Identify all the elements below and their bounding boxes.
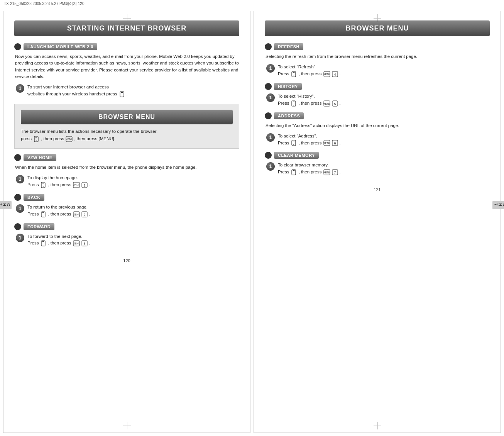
menu-icon-clear: MENU	[323, 169, 330, 175]
svg-text:3: 3	[83, 242, 85, 246]
address-step-num: 1	[266, 133, 275, 142]
ch-label-c-r: C	[502, 203, 504, 207]
back-label-row: BACK	[14, 194, 239, 201]
refresh-body: Selecting the refresh item from the brow…	[265, 53, 490, 60]
key-icon-clear-7: 7	[332, 169, 338, 175]
phone-icon-history	[291, 100, 297, 107]
vzw-home-step-num: 1	[16, 175, 24, 183]
address-step-text: To select "Address". Press , then press …	[278, 133, 341, 147]
menu-icon-vzw: MENU	[73, 182, 80, 188]
address-body: Selecting the "Address" action displays …	[265, 122, 490, 129]
key-icon-vzw-1: 1	[81, 182, 88, 188]
refresh-label: REFRESH	[274, 43, 303, 50]
crosshair-bottom-right	[374, 422, 381, 429]
left-page-title: STARTING INTERNET BROWSER	[14, 20, 239, 36]
launching-step-line1: To start your Internet browser and acces…	[27, 85, 109, 89]
phone-icon-menu	[33, 136, 39, 142]
menu-icon-history: MENU	[323, 100, 330, 107]
history-step-line1: To select "History".	[278, 94, 315, 98]
svg-text:MENU: MENU	[66, 138, 73, 141]
forward-label: FORWARD	[24, 223, 54, 230]
clear-memory-label-row: CLEAR MEMORY	[265, 152, 490, 159]
vzw-home-step-text: To display the homepage. Press , then pr…	[27, 175, 90, 188]
browser-menu-box: BROWSER MENU The browser menu lists the …	[14, 104, 239, 149]
svg-point-37	[294, 105, 294, 105]
address-bullet	[265, 112, 272, 119]
launching-bullet	[14, 43, 21, 50]
svg-rect-17	[42, 212, 44, 213]
ch-label-h-r: H	[498, 203, 502, 207]
svg-point-51	[294, 174, 294, 175]
pages-container: C H 7 STARTING INTERNET BROWSER LAUNCHIN…	[0, 8, 504, 436]
svg-text:5: 5	[334, 102, 336, 105]
svg-text:MENU: MENU	[73, 242, 80, 245]
menu-icon-address: MENU	[323, 140, 330, 146]
svg-text:MENU: MENU	[323, 73, 330, 76]
refresh-then: , then press	[298, 71, 321, 78]
vzw-home-step-line1: To display the homepage.	[27, 175, 78, 180]
clear-memory-dot: .	[340, 169, 341, 176]
refresh-bullet	[265, 43, 272, 50]
svg-text:MENU: MENU	[323, 171, 330, 174]
history-bullet	[265, 83, 272, 90]
svg-rect-24	[42, 241, 44, 242]
history-then: , then press	[298, 100, 321, 107]
forward-step-num: 1	[16, 234, 24, 242]
address-label-row: ADDRESS	[265, 112, 490, 119]
forward-then: , then press	[48, 240, 71, 247]
svg-text:MENU: MENU	[323, 102, 330, 105]
right-page-number: 121	[265, 176, 490, 192]
back-step-1: 1 To return to the previous page. Press …	[16, 204, 239, 218]
key-icon-back-2: 2	[81, 211, 88, 217]
svg-rect-5	[36, 137, 37, 137]
browser-menu-body-line1: The browser menu lists the actions neces…	[21, 129, 157, 134]
launching-step-line2: websites through your wireless handset p…	[27, 91, 117, 98]
clear-memory-step-num: 1	[266, 162, 275, 171]
forward-dot: .	[89, 240, 90, 247]
clear-memory-label: CLEAR MEMORY	[274, 152, 319, 159]
forward-press: Press	[27, 240, 39, 247]
forward-step-1: 1 To forward to the next page. Press , t…	[16, 233, 239, 247]
menu-icon-back: MENU	[73, 211, 80, 217]
phone-icon-launch	[119, 91, 125, 97]
phone-icon-address	[291, 140, 297, 146]
svg-rect-38	[293, 102, 295, 102]
refresh-press: Press	[278, 71, 289, 78]
svg-point-44	[294, 144, 294, 145]
top-bar-text: TX-215_050323 2005.3.23 5:27 PM페이지 120	[0, 0, 504, 8]
back-step-num: 1	[16, 204, 24, 213]
browser-menu-suffix: , then press [MENU].	[74, 136, 115, 142]
svg-text:7: 7	[334, 171, 336, 175]
back-press: Press	[27, 211, 39, 218]
refresh-step-num: 1	[266, 64, 275, 73]
ch-label-h: H	[2, 203, 6, 207]
crosshair-top-left	[123, 14, 131, 22]
vzw-home-then: , then press	[48, 182, 71, 188]
phone-icon-vzw	[40, 182, 46, 188]
browser-menu-then-press: , then press	[41, 136, 64, 142]
svg-rect-45	[293, 141, 295, 141]
launching-step-1: 1 To start your Internet browser and acc…	[16, 84, 239, 98]
phone-icon-clear	[291, 169, 297, 175]
history-label-row: HISTORY	[265, 83, 490, 90]
svg-rect-31	[293, 72, 295, 73]
launching-step-text: To start your Internet browser and acces…	[27, 84, 127, 98]
browser-menu-box-body: The browser menu lists the actions neces…	[21, 128, 233, 143]
top-bar: TX-215_050323 2005.3.23 5:27 PM페이지 120	[0, 0, 504, 8]
key-icon-address-6: 6	[332, 140, 338, 146]
back-dot: .	[89, 211, 90, 218]
history-step-num: 1	[266, 93, 275, 102]
history-dot: .	[340, 100, 341, 107]
svg-text:6: 6	[334, 141, 336, 145]
history-label: HISTORY	[274, 83, 302, 90]
address-then: , then press	[298, 140, 321, 147]
key-icon-history-5: 5	[332, 100, 338, 107]
address-step-1: 1 To select "Address". Press , then pres…	[266, 133, 490, 147]
vzw-home-label: VZW HOME	[24, 154, 56, 161]
forward-label-row: FORWARD	[14, 223, 239, 230]
history-step-text: To select "History". Press , then press …	[278, 93, 341, 107]
launching-label-row: LAUNCHING MOBILE WEB 2.0	[14, 43, 239, 50]
forward-bullet	[14, 223, 21, 230]
crosshair-bottom-left	[123, 422, 131, 429]
svg-text:MENU: MENU	[73, 184, 80, 187]
